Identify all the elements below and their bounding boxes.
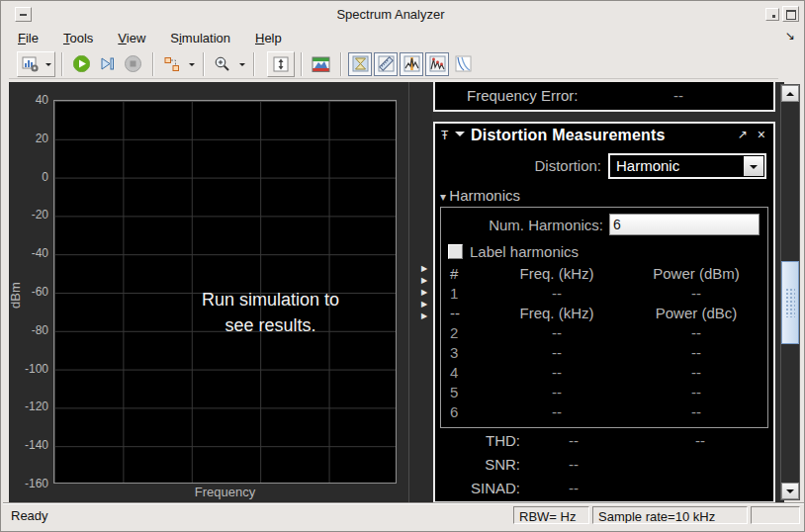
titlebar[interactable]: Spectrum Analyzer: [3, 3, 778, 25]
chevron-down-icon[interactable]: [43, 53, 53, 75]
y-axis-label: dBm: [8, 266, 23, 325]
distortion-type-label: Distortion:: [435, 157, 601, 174]
maximize-button[interactable]: [782, 6, 799, 22]
cursor-measurements-button[interactable]: [348, 52, 372, 76]
menu-file[interactable]: File: [9, 29, 47, 47]
minimize-button[interactable]: [765, 8, 779, 21]
peak-finder-button[interactable]: [400, 52, 423, 76]
ccdf-measurements-button[interactable]: [451, 52, 475, 76]
y-tick-label: -120: [9, 399, 48, 413]
step-forward-button[interactable]: [95, 52, 119, 76]
status-message: Ready: [11, 508, 48, 523]
thd-row: THD: -- --: [435, 428, 773, 452]
signal-statistics-icon: [378, 55, 395, 72]
separator: [61, 52, 63, 76]
label-harmonics-row: Label harmonics: [448, 243, 579, 259]
frequency-error-box: Frequency Error: --: [433, 82, 775, 112]
dock-arrow-icon[interactable]: ↘: [785, 30, 795, 42]
square-icon: [786, 10, 796, 20]
expand-panel-arrows-icon[interactable]: ▶▶▶▶▶: [421, 263, 427, 322]
table-header-dbc: -- Freq. (kHz) Power (dBc): [443, 303, 765, 322]
menu-tools[interactable]: Tools: [54, 29, 102, 47]
sample-rate-status-field: Sample rate=10 kHz: [592, 506, 748, 524]
harmonics-groupbox: Num. Harmonics: Label harmonics # Freq. …: [440, 207, 768, 428]
num-harmonics-row: Num. Harmonics:: [441, 214, 767, 237]
zoom-in-icon: [214, 55, 231, 73]
table-row: 6 -- --: [443, 401, 765, 421]
menu-view[interactable]: View: [109, 29, 154, 47]
distortion-panel-header: Ŧ Distortion Measurements ↗ ×: [435, 124, 773, 149]
rbw-status-field: RBW= Hz: [513, 506, 589, 524]
measurements-panel: Frequency Error: -- Ŧ Distortion Measure…: [432, 82, 784, 502]
table-row: 1 -- --: [443, 283, 765, 303]
fit-to-view-button[interactable]: [267, 51, 295, 77]
separator: [253, 52, 255, 76]
spectrum-display-button[interactable]: [309, 52, 332, 76]
menu-bar: File Tools View Simulation Help: [9, 27, 778, 48]
stop-button[interactable]: [121, 52, 144, 76]
table-header-dbm: # Freq. (kHz) Power (dBm): [443, 263, 765, 283]
table-row: 4 -- --: [443, 362, 765, 382]
frequency-error-label: Frequency Error:: [467, 87, 579, 104]
scroll-down-button[interactable]: [781, 483, 799, 499]
fit-to-view-icon: [269, 52, 293, 76]
stop-icon: [124, 54, 142, 73]
sfdr-row: SFDR:: [435, 499, 773, 502]
harmonics-section-header[interactable]: Harmonics: [440, 187, 520, 204]
y-tick-label: -140: [9, 438, 48, 452]
step-forward-icon: [98, 54, 117, 73]
y-tick-label: -20: [9, 208, 48, 222]
scope-settings-icon: [19, 52, 43, 76]
distortion-panel-title: Distortion Measurements: [471, 127, 666, 144]
harmonics-table: # Freq. (kHz) Power (dBm) 1 -- -- -- Fre…: [443, 263, 765, 421]
peak-finder-icon: [403, 55, 420, 72]
view-simulink-model-button[interactable]: [160, 52, 184, 76]
y-tick-label: -40: [9, 246, 48, 260]
plot-axes[interactable]: Run simulation to see results.: [53, 100, 397, 484]
empty-status-field: [751, 506, 800, 524]
collapse-triangle-icon[interactable]: [455, 132, 465, 141]
toolbar: [9, 49, 778, 79]
label-harmonics-checkbox[interactable]: [448, 244, 463, 259]
frequency-error-value: --: [649, 87, 708, 104]
close-icon[interactable]: ×: [758, 127, 765, 142]
chevron-down-icon[interactable]: [186, 53, 197, 75]
y-tick-label: -160: [9, 477, 48, 490]
table-row: 5 -- --: [443, 382, 765, 401]
table-row: 3 -- --: [443, 342, 765, 362]
distortion-type-select[interactable]: Harmonic: [608, 153, 766, 179]
menu-help[interactable]: Help: [246, 29, 291, 47]
scrollbar-thumb[interactable]: [781, 261, 799, 344]
window-title: Spectrum Analyzer: [3, 7, 778, 22]
sinad-row: SINAD: --: [435, 476, 773, 499]
thumb-grip-icon: [785, 288, 795, 317]
distortion-type-row: Distortion: Harmonic: [435, 153, 773, 179]
num-harmonics-input[interactable]: [609, 214, 760, 235]
x-axis-label: Frequency: [53, 485, 397, 499]
separator: [152, 52, 154, 76]
separator: [203, 52, 205, 76]
combo-arrow-icon[interactable]: [744, 156, 763, 176]
distortion-measurements-button[interactable]: [425, 52, 449, 76]
main-area: Run simulation to see results. 40200-20-…: [9, 82, 798, 502]
undock-icon[interactable]: ↗: [738, 128, 748, 141]
menu-simulation[interactable]: Simulation: [161, 29, 239, 47]
pin-icon[interactable]: Ŧ: [441, 129, 448, 142]
signal-statistics-button[interactable]: [374, 52, 398, 76]
zoom-in-button[interactable]: [211, 52, 234, 76]
y-tick-label: -80: [9, 323, 48, 337]
distortion-measurements-icon: [429, 55, 446, 72]
y-tick-label: 0: [9, 170, 48, 184]
scroll-up-button[interactable]: [781, 85, 799, 102]
separator: [340, 52, 342, 76]
y-tick-label: -100: [9, 362, 48, 376]
table-row: 2 -- --: [443, 322, 765, 342]
run-button[interactable]: [69, 52, 93, 76]
cursor-measurements-icon: [352, 55, 369, 72]
num-harmonics-label: Num. Harmonics:: [441, 217, 603, 233]
status-bar: Ready RBW= Hz Sample rate=10 kHz: [3, 503, 804, 527]
chevron-down-icon[interactable]: [236, 53, 247, 75]
distortion-type-value: Harmonic: [616, 157, 679, 174]
vertical-scrollbar[interactable]: [780, 84, 800, 500]
spectrum-settings-button[interactable]: [17, 51, 55, 77]
